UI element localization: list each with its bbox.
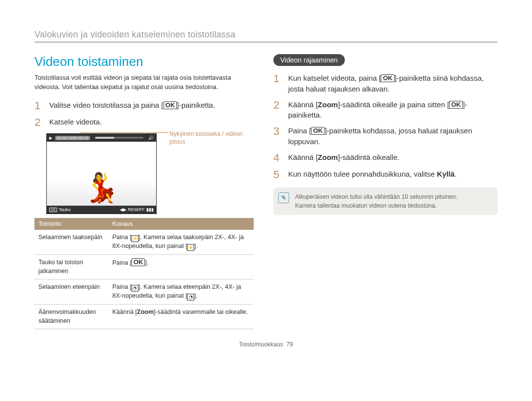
ok-icon: OK — [449, 101, 463, 109]
section-title: Videon toistaminen — [34, 54, 254, 69]
intro-text: Toistotilassa voit esittää videon ja sie… — [34, 73, 254, 92]
rewff-icon: ◀▶ — [120, 207, 127, 212]
breadcrumb: Valokuvien ja videoiden katseleminen toi… — [34, 30, 498, 40]
rewff-label: REW/FF — [128, 207, 145, 212]
flash-icon: ⚡ — [132, 235, 138, 242]
flash-icon: ⚡ — [187, 244, 194, 251]
step-text: Valitse video toistotilassa ja paina [OK… — [49, 100, 215, 112]
step-number: 1 — [273, 73, 283, 94]
battery-icon: ▮▮▮ — [146, 207, 154, 212]
functions-table: Toiminto Kuvaus Selaaminen taaksepäin Pa… — [34, 218, 254, 329]
step-text: Käännä [Zoom]-säädintä oikealle. — [288, 152, 399, 164]
ok-icon: OK — [381, 74, 395, 82]
step-number: 2 — [34, 117, 44, 128]
play-icon: ▶ — [49, 136, 52, 140]
table-row: Äänenvoimakkuuden säätäminen Käännä [Zoo… — [34, 305, 254, 329]
note-line: Alkuperäisen videon tulisi olla vähintää… — [295, 192, 491, 201]
video-caption: Nykyinen toistoaika / videon pituus — [169, 130, 253, 146]
note-box: ✎ Alkuperäisen videon tulisi olla vähint… — [273, 187, 498, 215]
pause-label: Tauko — [59, 207, 70, 212]
note-line: Kamera tallentaa muokatun videon uutena … — [295, 201, 491, 210]
video-mockup: Nykyinen toistoaika / videon pituus ▶ 00… — [46, 133, 254, 214]
table-header: Toiminto — [34, 218, 108, 230]
step-number: 1 — [34, 100, 44, 112]
volume-icon: 🔊 — [148, 135, 154, 140]
step-text: Kun näyttöön tulee ponnahdusikkuna, vali… — [288, 169, 457, 181]
step-text: Kun katselet videota, paina [OK]-painike… — [288, 73, 498, 94]
ok-icon: OK — [132, 258, 145, 266]
step-number: 3 — [273, 125, 283, 147]
step-number: 5 — [273, 169, 283, 181]
step-text: Käännä [Zoom]-säädintä oikealle ja paina… — [288, 99, 498, 121]
table-header: Kuvaus — [108, 218, 254, 230]
step-text: Katsele videota. — [49, 117, 102, 128]
table-row: Tauko tai toiston jatkaminen Paina [OK]. — [34, 255, 254, 279]
ok-icon: OK — [164, 101, 177, 109]
ok-icon: OK — [311, 127, 325, 135]
ok-icon: OK — [49, 208, 57, 212]
dancer-icon: 💃 — [84, 173, 119, 202]
step-number: 4 — [273, 152, 283, 164]
progress-bar — [95, 137, 143, 139]
note-icon: ✎ — [278, 192, 289, 203]
timer-icon: ◔ — [132, 285, 138, 292]
timer-icon: ◔ — [187, 294, 194, 301]
subsection-pill: Videon rajaaminen — [273, 54, 345, 66]
step-text: Paina [OK]-painiketta kohdassa, jossa ha… — [288, 125, 498, 147]
step-number: 2 — [273, 99, 283, 121]
table-row: Selaaminen taaksepäin Paina [⚡]. Kamera … — [34, 230, 254, 255]
page-footer: Toisto/muokkaus 79 — [34, 341, 498, 348]
header-rule — [34, 42, 498, 42]
video-time: 00:00:10/00:00:20 — [55, 136, 90, 140]
table-row: Selaaminen eteenpäin Paina [◔]. Kamera s… — [34, 279, 254, 305]
